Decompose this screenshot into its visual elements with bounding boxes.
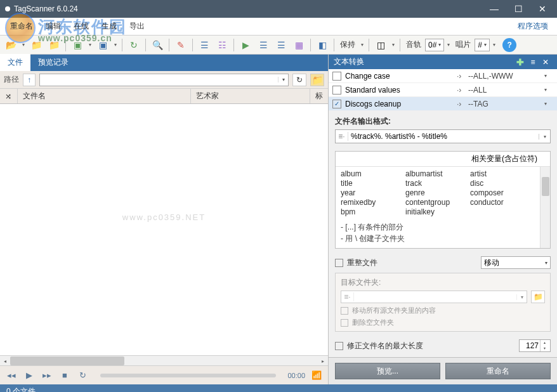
transform-name: Change case [345,72,457,81]
go-up-button[interactable]: ↑ [23,74,36,86]
player-prev-button[interactable]: ◂◂ [5,369,18,382]
tool2-button[interactable]: ☰ [196,37,213,53]
play-button[interactable]: ▶ [237,37,254,53]
max-length-input[interactable] [520,341,540,350]
player-next-button[interactable]: ▸▸ [41,369,53,382]
col-artist[interactable]: 艺术家 [191,89,310,103]
minimize-button[interactable]: — [482,1,506,16]
open-folder-button[interactable]: 📂 [3,37,19,53]
var-item[interactable]: initialkey [405,207,470,216]
menu-online[interactable]: 在线 [67,18,95,34]
transform-dropdown[interactable]: ▾ [544,73,553,79]
find-button[interactable]: 🔍 [149,37,166,53]
player-volume-button[interactable]: 📶 [310,369,323,382]
player-seek-bar[interactable] [100,374,276,377]
keep-dropdown[interactable]: ▾ [359,37,365,53]
add-files-button[interactable]: 📁 [28,37,44,53]
var-item[interactable]: year [341,188,405,197]
preview-button[interactable]: 预览... [335,363,440,379]
browse-target-button[interactable]: 📁 [531,291,545,303]
disc-combo[interactable]: #▾ [475,39,490,51]
menu-generate[interactable]: 生成 [95,18,123,34]
col-shuffle[interactable]: ⤨ [0,89,18,103]
max-length-checkbox[interactable] [335,342,343,350]
transform-checkbox[interactable] [332,72,341,81]
transform-add-button[interactable]: ✚ [514,57,527,67]
horizontal-scrollbar[interactable]: ◂▸ [0,355,328,365]
col-filename[interactable]: 文件名 [18,89,191,103]
target-folder-combo[interactable]: ≡·▾ [341,291,527,303]
format-prefix-icon: ≡· [336,132,348,141]
format-label: 文件名输出格式: [335,116,551,127]
open-folder-dropdown[interactable]: ▾ [20,37,27,53]
var-item[interactable]: title [341,179,405,188]
target-folder-section: 目标文件夹: ≡·▾ 📁 移动所有源文件夹里的内容 删除空文件夹 [335,273,551,332]
path-input[interactable]: ▾ [39,74,289,86]
delete-empty-checkbox[interactable] [341,319,348,327]
move-contents-checkbox[interactable] [341,307,348,315]
file-list[interactable]: www.pc0359.NET [0,104,328,355]
reload-button[interactable]: ↻ [292,74,306,86]
transform-menu-button[interactable]: ≡ [527,58,539,67]
track-combo[interactable]: 0#▾ [425,39,444,51]
transform-dropdown[interactable]: ▾ [544,101,553,107]
new-dropdown[interactable]: ▾ [87,37,93,53]
reorganize-checkbox[interactable] [335,259,343,267]
tool1-button[interactable]: ✎ [173,37,189,53]
var-item[interactable]: contentgroup [405,198,470,207]
tool5-button[interactable]: ◧ [314,37,331,53]
browse-button[interactable]: 📁 [310,74,324,86]
var-item[interactable]: track [405,179,470,188]
help-button[interactable]: ? [502,38,516,52]
player-play-button[interactable]: ▶ [23,369,36,382]
transform-row[interactable]: ✓ Discogs cleanup ·› --TAG ▾ [329,97,557,111]
var-item[interactable]: remixedby [341,198,405,207]
add-folder-button[interactable]: 📁 [46,37,62,53]
tab-preview[interactable]: 预览记录 [30,54,76,71]
path-label: 路径 [4,74,19,85]
list2-button[interactable]: ☰ [273,37,289,53]
var-item[interactable]: artist [470,169,535,178]
tool4-button[interactable]: ▦ [291,37,307,53]
transform-close-button[interactable]: ✕ [539,58,552,67]
reorganize-mode-combo[interactable]: 移动▾ [481,256,551,269]
transform-dropdown[interactable]: ▾ [544,87,553,93]
new-button[interactable]: ▣ [69,37,86,53]
tool6-dropdown[interactable]: ▾ [390,37,396,53]
var-item[interactable]: bpm [341,207,405,216]
var-item[interactable]: composer [470,188,535,197]
tool3-button[interactable]: ☷ [214,37,230,53]
program-options-link[interactable]: 程序选项 [513,18,553,34]
var-item[interactable]: album [341,169,405,178]
track-extra[interactable]: ▾ [445,37,452,53]
var-item[interactable]: disc [470,179,535,188]
col-title[interactable]: 标 [310,89,328,103]
transform-row[interactable]: Standard values ·› --ALL ▾ [329,83,557,97]
format-input[interactable]: ≡· %track%. %artist% - %title% ▾ [335,129,551,143]
max-length-spinner[interactable]: ▴▾ [519,339,551,352]
var-item[interactable]: genre [405,188,470,197]
menu-export[interactable]: 导出 [123,18,151,34]
menu-rename[interactable]: 重命名 [4,18,39,34]
save-dropdown[interactable]: ▾ [112,37,119,53]
var-item[interactable]: conductor [470,198,535,207]
menu-edit[interactable]: 编辑 [39,18,67,34]
format-dropdown[interactable]: ▾ [539,134,550,140]
var-item[interactable]: albumartist [405,169,470,178]
refresh-button[interactable]: ↻ [126,37,142,53]
transform-row[interactable]: Change case ·› --ALL,-WWW ▾ [329,69,557,83]
variables-scrollbar[interactable] [540,167,550,248]
player-stop-button[interactable]: ■ [58,369,71,382]
save-button[interactable]: ▣ [95,37,111,53]
player-repeat-button[interactable]: ↻ [76,369,89,382]
maximize-button[interactable]: ☐ [506,1,530,16]
list1-button[interactable]: ☰ [255,37,272,53]
tool6-button[interactable]: ◫ [372,37,389,53]
right-pane: 文本转换 ✚ ≡ ✕ Change case ·› --ALL,-WWW ▾ S… [329,55,557,384]
rename-button[interactable]: 重命名 [445,363,551,379]
close-button[interactable]: ✕ [530,1,554,16]
transform-checkbox[interactable]: ✓ [332,100,341,108]
transform-checkbox[interactable] [332,86,341,95]
tab-file[interactable]: 文件 [0,54,30,71]
disc-extra[interactable]: ▾ [491,37,497,53]
